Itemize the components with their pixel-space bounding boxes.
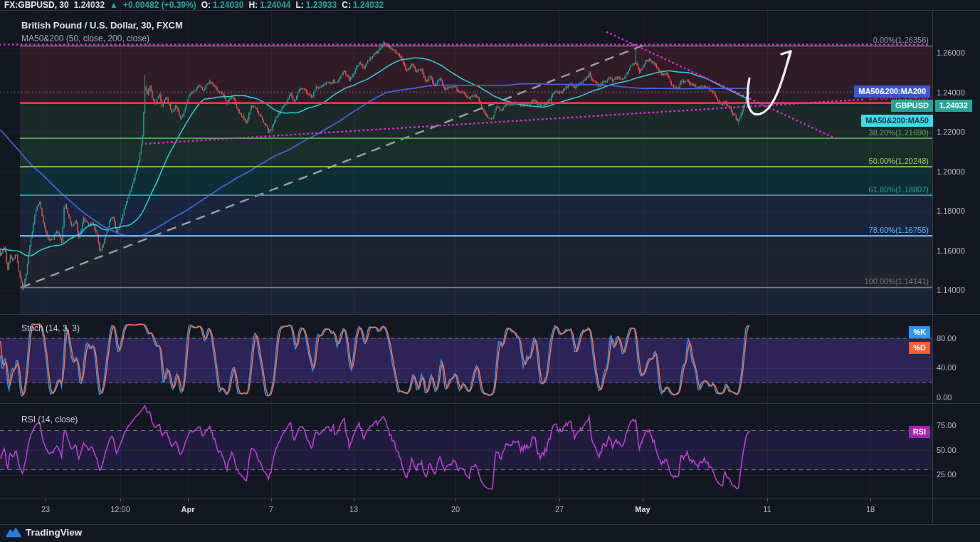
- time-tick: 20: [451, 505, 460, 514]
- ma50-value-badge: MA50&200:MA50: [861, 115, 933, 127]
- tradingview-chart-window: { "topbar": { "symbol": "FX:GBPUSD, 30",…: [0, 0, 980, 542]
- price-change: +0.00482 (+0.39%): [123, 0, 196, 10]
- up-arrow-icon: ▲: [110, 0, 118, 10]
- tradingview-logo[interactable]: TradingView: [6, 527, 82, 538]
- fib-label-50.00%[interactable]: 50.00%(1.20248): [869, 157, 929, 165]
- rsi-tick: 25.00: [937, 470, 957, 479]
- time-tick: 13: [349, 505, 358, 514]
- fib-label-0.00%[interactable]: 0.00%(1.26356): [873, 36, 929, 44]
- time-tick: 12:00: [110, 505, 130, 514]
- open-value: 1.24030: [213, 0, 243, 10]
- fib-label-61.80%[interactable]: 61.80%(1.18807): [869, 185, 929, 194]
- rsi-tick: 75.00: [937, 421, 957, 429]
- close-label: C:: [342, 0, 351, 10]
- ma200-value-badge: MA50&200:MA200: [854, 85, 930, 98]
- tradingview-mountain-icon: [6, 527, 21, 538]
- last-price: 1.24032: [74, 0, 105, 10]
- stoch-d-badge: %D: [909, 342, 930, 354]
- current-price-axis-tag: 1.24032: [935, 100, 972, 112]
- symbol-interval-label[interactable]: FX:GBPUSD, 30: [4, 0, 69, 10]
- fib-label-78.60%[interactable]: 78.60%(1.16755): [869, 226, 929, 234]
- symbol-price-badge: GBPUSD: [891, 100, 933, 112]
- time-tick: May: [635, 505, 650, 514]
- stoch-tick: 0.00: [937, 393, 952, 402]
- time-tick: 11: [763, 505, 771, 514]
- price-tick: 1.26000: [937, 48, 965, 57]
- low-label: L:: [296, 0, 304, 10]
- ohlc-info-bar: FX:GBPUSD, 30 1.24032 ▲ +0.00482 (+0.39%…: [4, 0, 384, 10]
- stoch-tick: 40.00: [937, 363, 957, 372]
- price-tick: 1.20000: [937, 167, 965, 176]
- low-value: 1.23933: [306, 0, 337, 10]
- price-tick: 1.24000: [937, 88, 965, 97]
- high-label: H:: [248, 0, 258, 10]
- chart-legend-ma-row[interactable]: MA50&200 (50, close, 200, close): [21, 33, 149, 43]
- high-value: 1.24044: [260, 0, 290, 10]
- price-tick: 1.18000: [937, 207, 965, 215]
- price-tick: 1.14000: [937, 286, 965, 294]
- time-tick: 23: [41, 505, 50, 514]
- stoch-k-badge: %K: [909, 326, 930, 338]
- fib-label-38.20%[interactable]: 38.20%(1.21690): [869, 128, 929, 137]
- stoch-pane-title[interactable]: Stoch (14, 3, 3): [21, 323, 80, 333]
- price-tick: 1.16000: [937, 246, 965, 255]
- rsi-tick: 50.00: [937, 446, 957, 454]
- time-tick: 27: [555, 505, 564, 514]
- close-value: 1.24032: [353, 0, 384, 10]
- time-tick: 7: [269, 505, 273, 514]
- fib-label-100.00%[interactable]: 100.00%(1.14141): [864, 277, 929, 286]
- open-label: O:: [201, 0, 211, 10]
- price-tick: 1.22000: [937, 127, 965, 136]
- time-tick: 18: [866, 505, 875, 514]
- chart-canvas[interactable]: [0, 0, 980, 542]
- stoch-tick: 80.00: [937, 334, 957, 343]
- chart-legend-title[interactable]: British Pound / U.S. Dollar, 30, FXCM: [21, 20, 183, 31]
- tradingview-brand-text: TradingView: [26, 527, 82, 538]
- rsi-pane-title[interactable]: RSI (14, close): [21, 415, 78, 424]
- time-tick: Apr: [181, 505, 195, 514]
- rsi-badge: RSI: [909, 426, 930, 438]
